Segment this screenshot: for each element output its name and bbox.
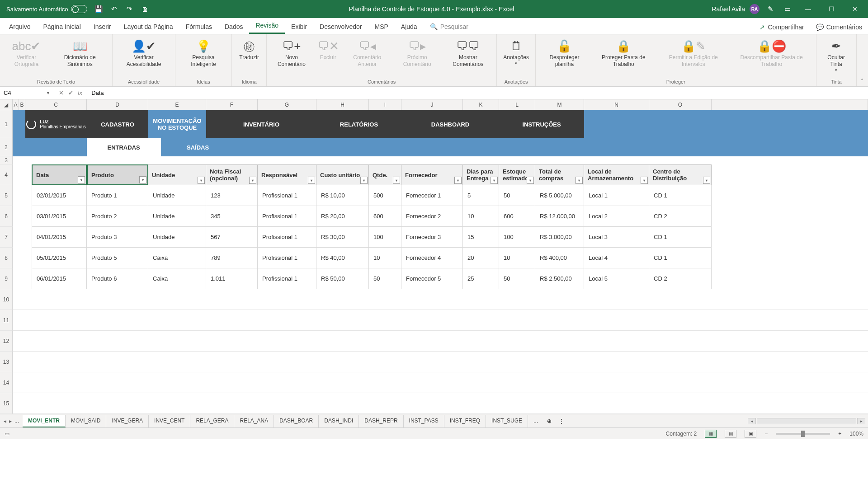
row-header-7[interactable]: 7 xyxy=(0,227,13,248)
zoom-in-button[interactable]: + xyxy=(838,431,841,437)
show-comments-button[interactable]: 🗨🗨Mostrar Comentários xyxy=(443,36,493,70)
cell-centro[interactable]: CD 2 xyxy=(649,268,712,289)
nav-cadastro[interactable]: CADASTRO xyxy=(87,110,148,138)
cell-produto[interactable]: Produto 2 xyxy=(87,206,148,227)
sheet-tab-INST_FREQ[interactable]: INST_FREQ xyxy=(444,415,486,427)
maximize-button[interactable]: ☐ xyxy=(822,1,841,17)
filter-icon[interactable]: ▾ xyxy=(393,177,400,184)
add-sheet-button[interactable]: ⊕ xyxy=(543,416,555,426)
col-O[interactable]: O xyxy=(649,99,712,110)
cell-nota[interactable]: 123 xyxy=(206,185,258,206)
quickprint-icon[interactable]: 🗎 xyxy=(139,3,151,15)
cell-qtde[interactable]: 500 xyxy=(369,185,401,206)
cell-data[interactable]: 02/01/2015 xyxy=(32,185,87,206)
th-nota[interactable]: Nota Fiscal (opcional)▾ xyxy=(206,164,258,185)
cell-fornecedor[interactable]: Fornecedor 5 xyxy=(401,268,463,289)
th-custo[interactable]: Custo unitário▾ xyxy=(316,164,369,185)
sheet-tab-RELA_GERA[interactable]: RELA_GERA xyxy=(190,415,234,427)
cell-fornecedor[interactable]: Fornecedor 4 xyxy=(401,248,463,268)
cell-nota[interactable]: 567 xyxy=(206,227,258,248)
hide-ink-button[interactable]: ✒Ocultar Tinta▾ xyxy=(820,36,853,75)
smart-lookup-button[interactable]: 💡Pesquisa Inteligente xyxy=(179,36,228,70)
row-header-12[interactable]: 12 xyxy=(0,331,13,352)
new-comment-button[interactable]: 🗨+Novo Comentário xyxy=(270,36,313,70)
col-B[interactable]: B xyxy=(19,99,25,110)
fx-icon[interactable]: fx xyxy=(78,89,82,96)
sheet-tab-INVE_CENT[interactable]: INVE_CENT xyxy=(149,415,190,427)
cell-produto[interactable]: Produto 6 xyxy=(87,268,148,289)
filter-icon[interactable]: ▾ xyxy=(78,176,85,183)
row-header-3[interactable]: 3 xyxy=(0,156,13,164)
translate-button[interactable]: ㊖Traduzir xyxy=(236,36,263,63)
tab-pagina-inicial[interactable]: Página Inicial xyxy=(37,19,87,34)
tab-exibir[interactable]: Exibir xyxy=(285,19,313,34)
view-page-layout-button[interactable]: ▤ xyxy=(725,430,736,438)
prev-comment-button[interactable]: 🗨◂Comentário Anterior xyxy=(344,36,391,70)
col-H[interactable]: H xyxy=(316,99,369,110)
filter-icon[interactable]: ▾ xyxy=(491,177,498,184)
protect-workbook-button[interactable]: 🔒Proteger Pasta de Trabalho xyxy=(591,36,656,70)
col-G[interactable]: G xyxy=(258,99,316,110)
cell-estoque[interactable]: 50 xyxy=(499,185,535,206)
cell-dias[interactable]: 5 xyxy=(463,185,499,206)
col-M[interactable]: M xyxy=(535,99,584,110)
th-unidade[interactable]: Unidade▾ xyxy=(148,164,206,185)
cell-dias[interactable]: 10 xyxy=(463,206,499,227)
cell-total[interactable]: R$ 2.500,00 xyxy=(535,268,584,289)
filter-icon[interactable]: ▾ xyxy=(249,177,256,184)
filter-icon[interactable]: ▾ xyxy=(576,177,583,184)
cell-custo[interactable]: R$ 40,00 xyxy=(316,248,369,268)
row-header-15[interactable]: 15 xyxy=(0,393,13,414)
empty-cell[interactable] xyxy=(13,289,868,310)
col-N[interactable]: N xyxy=(584,99,649,110)
row-header-5[interactable]: 5 xyxy=(0,185,13,206)
sheet-nav-first[interactable]: ◂ xyxy=(4,418,6,424)
view-page-break-button[interactable]: ▣ xyxy=(745,430,756,438)
col-J[interactable]: J xyxy=(401,99,463,110)
ribbon-display-icon[interactable]: ▭ xyxy=(781,3,794,15)
name-box[interactable]: C4▼ xyxy=(0,89,54,96)
hscroll-left[interactable]: ◂ xyxy=(748,418,756,424)
cell-total[interactable]: R$ 3.000,00 xyxy=(535,227,584,248)
empty-cell[interactable] xyxy=(13,310,868,331)
sheet-tab-DASH_REPR[interactable]: DASH_REPR xyxy=(359,415,403,427)
row-header-14[interactable]: 14 xyxy=(0,372,13,393)
sheet-tab-INST_PASS[interactable]: INST_PASS xyxy=(404,415,444,427)
cell-nota[interactable]: 1.011 xyxy=(206,268,258,289)
row-header-6[interactable]: 6 xyxy=(0,206,13,227)
cell-local[interactable]: Local 4 xyxy=(584,248,649,268)
th-total[interactable]: Total de compras▾ xyxy=(535,164,584,185)
empty-cell[interactable] xyxy=(13,331,868,352)
row-header-13[interactable]: 13 xyxy=(0,352,13,372)
col-D[interactable]: D xyxy=(87,99,148,110)
col-L[interactable]: L xyxy=(499,99,535,110)
hscroll-right[interactable]: ▸ xyxy=(857,418,865,424)
sheet-tab-INST_SUGE[interactable]: INST_SUGE xyxy=(486,415,528,427)
cell-fornecedor[interactable]: Fornecedor 3 xyxy=(401,227,463,248)
allow-edit-ranges-button[interactable]: 🔒✎Permitir a Edição de Intervalos xyxy=(658,36,729,70)
cell-produto[interactable]: Produto 3 xyxy=(87,227,148,248)
tell-me-search[interactable]: 🔍Pesquisar xyxy=(424,19,475,34)
share-button[interactable]: ↗Compartilhar xyxy=(754,20,810,34)
cell-responsavel[interactable]: Profissional 1 xyxy=(258,268,316,289)
notes-button[interactable]: 🗒Anotações▾ xyxy=(500,36,532,68)
cell-responsavel[interactable]: Profissional 1 xyxy=(258,227,316,248)
cell-local[interactable]: Local 5 xyxy=(584,268,649,289)
cell-fornecedor[interactable]: Fornecedor 1 xyxy=(401,185,463,206)
user-avatar[interactable]: RA xyxy=(750,4,760,14)
thesaurus-button[interactable]: 📖Dicionário de Sinônimos xyxy=(51,36,108,70)
cell-responsavel[interactable]: Profissional 1 xyxy=(258,206,316,227)
cell-nota[interactable]: 789 xyxy=(206,248,258,268)
enter-formula-icon[interactable]: ✔ xyxy=(68,89,73,96)
cell-estoque[interactable]: 100 xyxy=(499,227,535,248)
zoom-slider[interactable] xyxy=(776,433,830,435)
cell-centro[interactable]: CD 1 xyxy=(649,248,712,268)
cell-local[interactable]: Local 2 xyxy=(584,206,649,227)
cell-total[interactable]: R$ 12.000,00 xyxy=(535,206,584,227)
tab-arquivo[interactable]: Arquivo xyxy=(3,19,37,34)
table-row[interactable]: 704/01/2015Produto 3Unidade567Profission… xyxy=(0,227,868,248)
cell-data[interactable]: 05/01/2015 xyxy=(32,248,87,268)
tab-desenvolvedor[interactable]: Desenvolvedor xyxy=(313,19,368,34)
row-header-9[interactable]: 9 xyxy=(0,268,13,289)
select-all-corner[interactable]: ◢ xyxy=(0,99,13,110)
